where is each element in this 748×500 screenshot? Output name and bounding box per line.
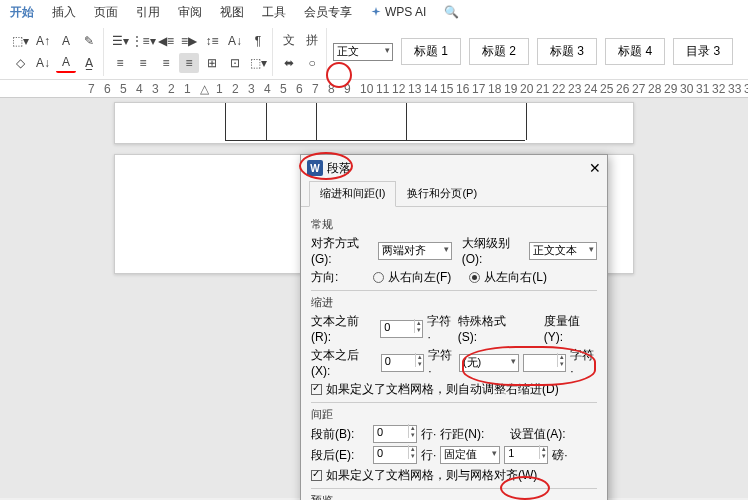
- align-right-icon[interactable]: ≡: [156, 53, 176, 73]
- style-heading2[interactable]: 标题 2: [469, 38, 529, 65]
- space-before-label: 段前(B):: [311, 426, 369, 443]
- rtl-radio[interactable]: [373, 272, 384, 283]
- show-marks-icon[interactable]: ¶: [248, 31, 268, 51]
- line-spacing-select[interactable]: 固定值: [440, 446, 500, 464]
- paragraph-dialog: W段落 ✕ 缩进和间距(I) 换行和分页(P) 常规 对齐方式(G): 两端对齐…: [300, 154, 608, 500]
- border-icon[interactable]: ⊡: [225, 53, 245, 73]
- align-justify-icon[interactable]: ≡: [179, 53, 199, 73]
- highlight-icon[interactable]: ✎: [79, 31, 99, 51]
- tab-indent-spacing[interactable]: 缩进和间距(I): [309, 181, 396, 207]
- dialog-title: 段落: [327, 160, 351, 177]
- font-fill-icon[interactable]: A: [56, 53, 76, 73]
- page-1[interactable]: [114, 102, 634, 144]
- special-format-label: 特殊格式(S):: [458, 313, 523, 344]
- style-heading3[interactable]: 标题 3: [537, 38, 597, 65]
- dialog-titlebar[interactable]: W段落 ✕: [301, 155, 607, 181]
- set-value-label: 设置值(A):: [510, 426, 565, 443]
- set-value-input[interactable]: 1: [504, 446, 548, 464]
- measure-input[interactable]: [523, 354, 566, 372]
- menu-tools[interactable]: 工具: [262, 4, 286, 21]
- indent-after-label: 文本之后(X):: [311, 347, 377, 378]
- preview-label: 预览: [311, 493, 597, 500]
- indent-before-label: 文本之前(R):: [311, 313, 376, 344]
- outline-label: 大纲级别(O):: [462, 235, 525, 266]
- increase-indent-icon[interactable]: ≡▶: [179, 31, 199, 51]
- char-scale-icon[interactable]: ⬌: [279, 53, 299, 73]
- font-decrease-icon[interactable]: A↓: [33, 53, 53, 73]
- space-after-label: 段后(E):: [311, 447, 369, 464]
- direction-label: 方向:: [311, 269, 369, 286]
- space-unit2: 行·: [421, 447, 436, 464]
- indent-unit2: 字符·: [428, 347, 455, 378]
- font-increase-icon[interactable]: A↑: [33, 31, 53, 51]
- clear-format-icon[interactable]: ◇: [10, 53, 30, 73]
- grid-align-checkbox[interactable]: [311, 470, 322, 481]
- unit-pt: 磅·: [552, 447, 567, 464]
- menu-start[interactable]: 开始: [10, 4, 34, 21]
- table[interactable]: [225, 103, 525, 141]
- enclose-icon[interactable]: ○: [302, 53, 322, 73]
- indent-unit1: 字符·: [427, 313, 453, 344]
- char-border-icon[interactable]: A̲: [79, 53, 99, 73]
- style-normal[interactable]: 正文: [333, 43, 393, 61]
- bullet-list-icon[interactable]: ☰▾: [110, 31, 130, 51]
- space-before-input[interactable]: 0: [373, 425, 417, 443]
- spacing-section-label: 间距: [311, 407, 597, 422]
- format-painter-icon[interactable]: ⬚▾: [10, 31, 30, 51]
- measure-label: 度量值(Y):: [544, 313, 597, 344]
- wps-ai-button[interactable]: WPS AI: [370, 5, 426, 19]
- style-heading1[interactable]: 标题 1: [401, 38, 461, 65]
- sort-icon[interactable]: A↓: [225, 31, 245, 51]
- menu-page[interactable]: 页面: [94, 4, 118, 21]
- grid-align-label: 如果定义了文档网格，则与网格对齐(W): [326, 467, 537, 484]
- indent-section-label: 缩进: [311, 295, 597, 310]
- alignment-select[interactable]: 两端对齐: [378, 242, 451, 260]
- menu-member[interactable]: 会员专享: [304, 4, 352, 21]
- rtl-label: 从右向左(F): [388, 269, 451, 286]
- phonetic-icon[interactable]: 拼: [302, 31, 322, 51]
- special-format-select[interactable]: (无): [459, 354, 519, 372]
- space-unit1: 行·: [421, 426, 436, 443]
- space-after-input[interactable]: 0: [373, 446, 417, 464]
- align-left-icon[interactable]: ≡: [110, 53, 130, 73]
- search-icon[interactable]: 🔍: [444, 5, 459, 19]
- style-toc3[interactable]: 目录 3: [673, 38, 733, 65]
- ribbon-toolbar: ⬚▾ A↑ A ✎ ◇ A↓ A A̲ ☰▾ ⋮≡▾ ◀≡ ≡▶ ↕≡ A↓ ¶…: [0, 24, 748, 80]
- line-spacing-label: 行距(N):: [440, 426, 484, 443]
- menu-reference[interactable]: 引用: [136, 4, 160, 21]
- font-color-icon[interactable]: A: [56, 31, 76, 51]
- line-spacing-icon[interactable]: ↕≡: [202, 31, 222, 51]
- indent-unit3: 字符·: [570, 347, 597, 378]
- indent-before-input[interactable]: 0: [380, 320, 423, 338]
- ltr-label: 从左向右(L): [484, 269, 547, 286]
- alignment-label: 对齐方式(G):: [311, 235, 374, 266]
- auto-adjust-checkbox[interactable]: [311, 384, 322, 395]
- auto-adjust-label: 如果定义了文档网格，则自动调整右缩进(D): [326, 381, 559, 398]
- outline-select[interactable]: 正文文本: [529, 242, 597, 260]
- decrease-indent-icon[interactable]: ◀≡: [156, 31, 176, 51]
- wps-icon: W: [307, 160, 323, 176]
- number-list-icon[interactable]: ⋮≡▾: [133, 31, 153, 51]
- menu-review[interactable]: 审阅: [178, 4, 202, 21]
- shading-icon[interactable]: ⬚▾: [248, 53, 268, 73]
- menu-view[interactable]: 视图: [220, 4, 244, 21]
- menu-bar: 开始 插入 页面 引用 审阅 视图 工具 会员专享 WPS AI 🔍: [0, 0, 748, 24]
- close-icon[interactable]: ✕: [589, 160, 601, 176]
- distribute-icon[interactable]: ⊞: [202, 53, 222, 73]
- menu-insert[interactable]: 插入: [52, 4, 76, 21]
- style-heading4[interactable]: 标题 4: [605, 38, 665, 65]
- text-direction-icon[interactable]: 文: [279, 31, 299, 51]
- indent-after-input[interactable]: 0: [381, 354, 424, 372]
- general-section-label: 常规: [311, 217, 597, 232]
- ltr-radio[interactable]: [469, 272, 480, 283]
- align-center-icon[interactable]: ≡: [133, 53, 153, 73]
- horizontal-ruler[interactable]: 7654321△12345678910111213141516171819202…: [0, 80, 748, 98]
- tab-line-page-break[interactable]: 换行和分页(P): [396, 181, 488, 206]
